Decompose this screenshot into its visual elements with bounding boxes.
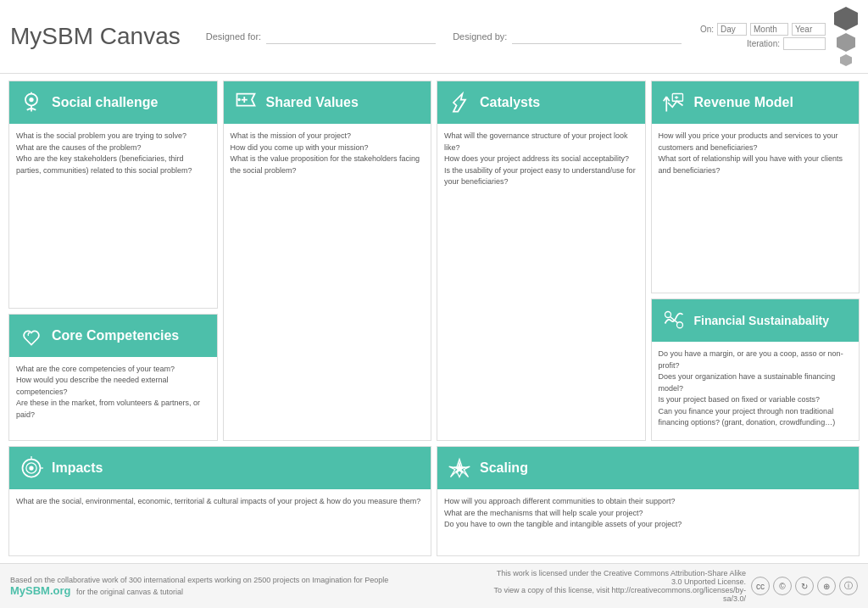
- scaling-icon: [446, 455, 473, 482]
- svg-point-3: [29, 98, 33, 102]
- social-challenge-header: Social challenge: [9, 81, 217, 124]
- core-competencies-body: What are the core competencies of your t…: [9, 357, 217, 440]
- shared-values-text: What is the mission of your project? How…: [231, 131, 420, 175]
- col1: Social challenge What is the social prob…: [8, 81, 218, 441]
- catalysts-card: Catalysts What will the governance struc…: [437, 81, 646, 441]
- col4: Revenue Model How will you price your pr…: [651, 81, 860, 441]
- financial-sustainability-header: Financial Sustainabality: [652, 299, 860, 342]
- designed-for-label: Designed for:: [206, 31, 261, 42]
- shared-values-body: What is the mission of your project? How…: [224, 124, 431, 440]
- hex-icon-2: [837, 33, 855, 52]
- revenue-model-card: Revenue Model How will you price your pr…: [651, 81, 860, 293]
- share-icon: ↻: [795, 577, 814, 595]
- revenue-model-icon: [660, 89, 687, 116]
- impacts-card: Impacts What are the social, environment…: [8, 446, 431, 556]
- scaling-title: Scaling: [480, 460, 528, 476]
- revenue-model-body: How will you price your products and ser…: [652, 124, 860, 293]
- footer-left: Based on the collaborative work of 300 i…: [10, 576, 388, 597]
- hex-icons: [834, 7, 858, 66]
- svg-point-11: [29, 466, 33, 470]
- scaling-body: How will you approach different communit…: [437, 489, 859, 555]
- footer-left-text: Based on the collaborative work of 300 i…: [10, 576, 388, 584]
- catalysts-title: Catalysts: [480, 94, 540, 110]
- svg-point-7: [676, 322, 682, 328]
- social-challenge-icon: [18, 89, 45, 116]
- svg-point-4: [237, 98, 241, 102]
- social-challenge-title: Social challenge: [52, 94, 158, 110]
- scaling-card: Scaling How will you approach different …: [437, 446, 860, 556]
- shared-values-icon: [232, 89, 259, 116]
- header-fields: Designed for: Designed by:: [206, 30, 700, 44]
- core-competencies-card: Core Competencies What are the core comp…: [8, 314, 218, 441]
- svg-point-6: [665, 312, 670, 318]
- shared-values-header: Shared Values: [224, 81, 431, 124]
- core-competencies-header: Core Competencies: [9, 315, 217, 357]
- designed-for-input[interactable]: [266, 30, 436, 44]
- financial-sustainability-icon: [660, 307, 687, 334]
- year-input[interactable]: [792, 23, 826, 36]
- social-challenge-text: What is the social problem you are tryin…: [16, 131, 192, 175]
- catalysts-text: What will the governance structure of yo…: [444, 131, 636, 186]
- month-input[interactable]: [750, 23, 788, 36]
- site-name[interactable]: MySBM.org: [10, 584, 71, 597]
- info-icon: ⓘ: [839, 577, 858, 595]
- shared-values-card: Shared Values What is the mission of you…: [223, 81, 432, 441]
- catalysts-header: Catalysts: [437, 81, 645, 124]
- financial-sustainability-title: Financial Sustainabality: [694, 314, 830, 328]
- on-row: On:: [700, 23, 826, 36]
- revenue-model-title: Revenue Model: [694, 94, 793, 110]
- shared-values-title: Shared Values: [266, 94, 359, 110]
- impacts-icon: [18, 455, 45, 482]
- social-challenge-body: What is the social problem you are tryin…: [9, 124, 217, 308]
- page: MySBM Canvas Designed for: Designed by: …: [0, 0, 868, 608]
- designed-by-input[interactable]: [512, 30, 682, 44]
- core-competencies-title: Core Competencies: [52, 327, 179, 343]
- impacts-header: Impacts: [9, 447, 431, 489]
- footer: Based on the collaborative work of 300 i…: [0, 563, 868, 608]
- impacts-text: What are the social, environmental, econ…: [16, 497, 420, 505]
- main-grid: Social challenge What is the social prob…: [8, 81, 860, 441]
- iteration-input[interactable]: [783, 37, 826, 50]
- financial-sustainability-body: Do you have a margin, or are you a coop,…: [652, 342, 860, 440]
- social-challenge-card: Social challenge What is the social prob…: [8, 81, 218, 309]
- remix-icon: ⊕: [817, 577, 836, 595]
- canvas-area: Social challenge What is the social prob…: [0, 74, 868, 563]
- revenue-model-text: How will you price your products and ser…: [659, 131, 843, 175]
- iteration-row: Iteration:: [747, 37, 826, 50]
- on-label: On:: [700, 25, 714, 34]
- financial-sustainability-card: Financial Sustainabality Do you have a m…: [651, 298, 860, 441]
- revenue-model-header: Revenue Model: [652, 81, 860, 124]
- financial-sustainability-text: Do you have a margin, or are you a coop,…: [659, 349, 843, 427]
- catalysts-body: What will the governance structure of yo…: [437, 124, 645, 440]
- app-title: MySBM Canvas: [10, 23, 181, 50]
- header: MySBM Canvas Designed for: Designed by: …: [0, 0, 868, 74]
- header-right: On: Iteration:: [700, 23, 826, 50]
- core-competencies-icon: [18, 322, 45, 349]
- catalysts-icon: [446, 89, 473, 116]
- site-subtext: for the original canvas & tutorial: [76, 588, 183, 596]
- bottom-row: Impacts What are the social, environment…: [8, 446, 860, 556]
- copy-icon: ©: [773, 577, 792, 595]
- designed-by-label: Designed by:: [453, 31, 507, 42]
- cc-icon: cc: [751, 577, 770, 595]
- impacts-body: What are the social, environmental, econ…: [9, 489, 431, 555]
- iteration-label: Iteration:: [747, 39, 780, 48]
- designed-by-field: Designed by:: [453, 30, 682, 44]
- license-text: This work is licensed under the Creative…: [492, 569, 746, 603]
- hex-icon-1: [834, 7, 858, 31]
- footer-icons: cc © ↻ ⊕ ⓘ: [751, 577, 858, 595]
- day-input[interactable]: [717, 23, 747, 36]
- designed-for-field: Designed for:: [206, 30, 436, 44]
- impacts-title: Impacts: [52, 460, 103, 476]
- footer-right: This work is licensed under the Creative…: [492, 569, 858, 603]
- core-competencies-text: What are the core competencies of your t…: [16, 365, 200, 419]
- hex-icon-3: [840, 54, 852, 66]
- scaling-text: How will you approach different communit…: [444, 497, 682, 528]
- scaling-header: Scaling: [437, 447, 859, 489]
